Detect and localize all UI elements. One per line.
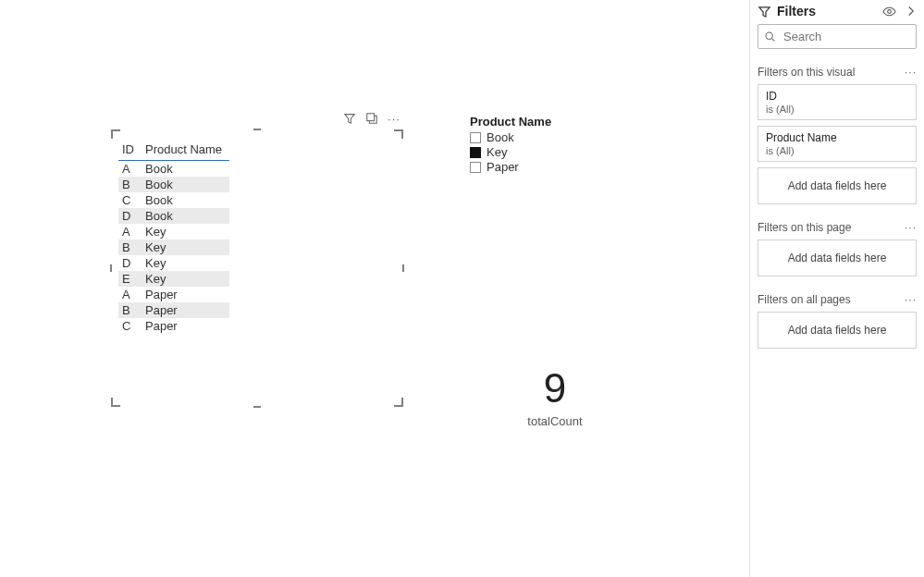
table-row[interactable]: BPaper [118,302,229,318]
svg-line-3 [772,39,775,42]
table-row[interactable]: DBook [118,208,229,224]
slicer-item-label: Book [487,130,514,144]
resize-handle-tl[interactable] [111,129,120,139]
more-options-icon[interactable]: ··· [387,111,401,126]
table-row[interactable]: BKey [118,239,229,255]
cell-id: A [118,161,142,178]
table-row[interactable]: ABook [118,161,229,178]
resize-handle-right[interactable] [402,264,404,272]
filters-all-section: Filters on all pages ··· Add data fields… [758,293,917,349]
page-filters-dropzone[interactable]: Add data fields here [758,239,917,276]
card-value: 9 [481,368,629,409]
cell-product: Paper [142,287,229,302]
cell-id: D [118,255,142,271]
section-title-all: Filters on all pages [758,293,851,306]
slicer-checkbox[interactable] [470,147,481,158]
cell-id: E [118,271,142,287]
section-title-visual: Filters on this visual [758,66,855,79]
slicer-checkbox[interactable] [470,132,481,143]
resize-handle-br[interactable] [394,398,403,407]
table-row[interactable]: CPaper [118,318,229,334]
svg-point-2 [766,32,772,39]
resize-handle-left[interactable] [110,264,112,272]
section-page-more-icon[interactable]: ··· [905,221,917,234]
cell-id: A [118,287,142,302]
filter-icon[interactable] [342,111,357,126]
cell-id: C [118,192,142,208]
search-icon [764,31,776,43]
slicer-item[interactable]: Paper [470,160,551,174]
filter-card-condition: is (All) [766,145,908,156]
resize-handle-tr[interactable] [394,129,403,139]
section-all-more-icon[interactable]: ··· [905,293,917,306]
svg-rect-0 [367,114,375,121]
table-row[interactable]: DKey [118,255,229,271]
cell-id: B [118,177,142,192]
resize-handle-bottom[interactable] [253,406,261,408]
cell-product: Book [142,208,229,224]
slicer-checkbox[interactable] [470,162,481,173]
focus-mode-icon[interactable] [364,111,379,126]
cell-product: Key [142,224,229,239]
cell-id: D [118,208,142,224]
slicer-visual[interactable]: Product Name BookKeyPaper [470,115,551,175]
slicer-item[interactable]: Key [470,145,551,159]
table-row[interactable]: APaper [118,287,229,302]
filters-search[interactable] [758,24,917,49]
table-row[interactable]: EKey [118,271,229,287]
funnel-icon [758,5,771,18]
filter-card[interactable]: IDis (All) [758,84,917,120]
cell-product: Key [142,255,229,271]
slicer-title: Product Name [470,115,551,129]
section-title-page: Filters on this page [758,221,851,234]
card-label: totalCount [481,414,629,428]
resize-handle-bl[interactable] [111,398,120,407]
cell-product: Key [142,271,229,287]
cell-product: Book [142,177,229,192]
resize-handle-top[interactable] [253,129,261,130]
table-row[interactable]: AKey [118,224,229,239]
visual-toolbar: ··· [342,111,401,126]
cell-id: C [118,318,142,334]
cell-id: A [118,224,142,239]
cell-id: B [118,239,142,255]
table-row[interactable]: CBook [118,192,229,208]
card-visual[interactable]: 9 totalCount [481,368,629,428]
filters-page-section: Filters on this page ··· Add data fields… [758,221,917,276]
filter-card-condition: is (All) [766,104,908,115]
slicer-item[interactable]: Book [470,130,551,144]
filters-search-input[interactable] [782,29,893,44]
section-visual-more-icon[interactable]: ··· [905,66,917,79]
eye-icon[interactable] [882,5,896,18]
filters-visual-section: Filters on this visual ··· IDis (All)Pro… [758,66,917,204]
cell-product: Key [142,239,229,255]
col-header-id[interactable]: ID [118,141,142,161]
table-visual[interactable]: ··· ID Product Name ABookBBookCBookDBook… [111,129,403,407]
all-filters-dropzone[interactable]: Add data fields here [758,312,917,349]
report-canvas[interactable]: ··· ID Product Name ABookBBookCBookDBook… [0,0,749,577]
chevron-right-icon[interactable] [906,6,917,17]
col-header-product[interactable]: Product Name [142,141,229,161]
filter-card[interactable]: Product Nameis (All) [758,126,917,162]
visual-filters-dropzone[interactable]: Add data fields here [758,167,917,204]
svg-point-1 [888,9,892,13]
slicer-item-label: Key [487,145,507,159]
filters-pane-title: Filters [777,4,816,18]
filter-card-name: ID [766,90,908,103]
cell-id: B [118,302,142,318]
cell-product: Book [142,161,229,178]
filter-card-name: Product Name [766,131,908,144]
filters-pane-header: Filters [758,0,917,24]
filters-pane: Filters Filters on this visual ··· IDis … [749,0,924,577]
cell-product: Paper [142,302,229,318]
slicer-item-label: Paper [487,160,519,174]
data-table[interactable]: ID Product Name ABookBBookCBookDBookAKey… [118,141,229,334]
table-row[interactable]: BBook [118,177,229,192]
cell-product: Paper [142,318,229,334]
cell-product: Book [142,192,229,208]
